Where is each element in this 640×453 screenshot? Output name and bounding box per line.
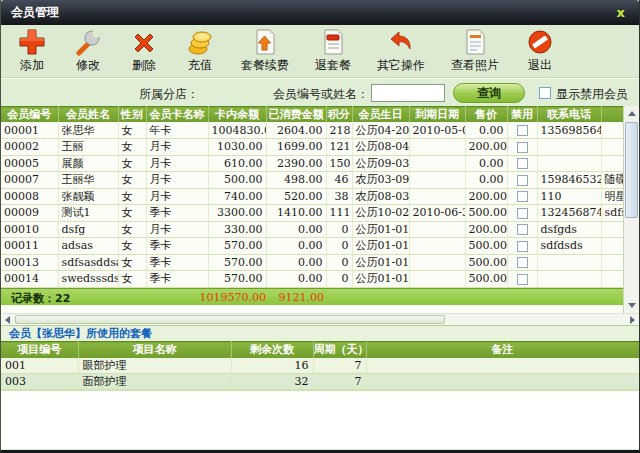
member-row[interactable]: 00001 张思华 女 年卡 1004830.00 2604.00 218 公历…	[1, 122, 623, 139]
delete-button[interactable]: 删除	[129, 28, 159, 74]
column-header[interactable]	[601, 107, 623, 123]
empty-area	[1, 390, 639, 449]
column-header[interactable]: 积分	[326, 107, 352, 123]
disable-checkbox[interactable]	[517, 191, 528, 202]
member-management-window: 会员管理 x 添加 修改 删除 充值 套餐续费 退套餐 其它	[0, 0, 640, 453]
wrench-icon	[73, 28, 103, 56]
scroll-right-icon[interactable]	[630, 316, 635, 324]
member-row[interactable]: 00011 adsas 女 季卡 570.00 0.00 0 公历01-01 5…	[1, 238, 623, 255]
disable-checkbox[interactable]	[517, 125, 528, 136]
scroll-left-icon[interactable]	[5, 316, 10, 324]
column-header[interactable]: 会员姓名	[58, 107, 118, 123]
package-renew-button[interactable]: 套餐续费	[241, 28, 289, 74]
query-button[interactable]: 查询	[453, 83, 525, 103]
column-header[interactable]: 已消费金额	[266, 107, 326, 123]
column-header[interactable]: 会员卡名称	[146, 107, 208, 123]
disable-checkbox[interactable]	[517, 142, 528, 153]
column-header[interactable]: 性别	[118, 107, 146, 123]
member-row[interactable]: 00002 王丽 女 月卡 1030.00 1699.00 121 公历08-0…	[1, 139, 623, 156]
column-header[interactable]: 到期日期	[409, 107, 465, 123]
no-entry-icon	[525, 28, 555, 56]
member-search-input[interactable]	[371, 84, 445, 102]
doc-arrow-up-icon	[250, 28, 280, 56]
summary-row: 记录数：22 1019570.00 9121.00	[1, 288, 623, 305]
photo-doc-icon	[460, 28, 490, 56]
column-header[interactable]: 项目名称	[78, 342, 231, 358]
record-count: 记录数：22	[11, 291, 70, 306]
modify-button[interactable]: 修改	[73, 28, 103, 74]
delete-x-icon	[129, 28, 159, 56]
members-table: 会员编号会员姓名性别会员卡名称卡内余额已消费金额积分会员生日到期日期售价禁用联系…	[1, 106, 624, 288]
packages-table: 项目编号项目名称剩余次数周期（天）备注 001 眼部护理 16 7 003 面部…	[1, 341, 640, 390]
disable-checkbox[interactable]	[517, 208, 528, 219]
show-disabled-checkbox[interactable]	[539, 87, 551, 99]
filter-bar: 所属分店： 会员编号或姓名： 查询 显示禁用会员	[1, 78, 639, 106]
coins-icon	[185, 28, 215, 56]
horizontal-scrollbar[interactable]	[1, 313, 639, 325]
titlebar: 会员管理 x	[1, 0, 639, 25]
toolbar-button-label: 添加	[20, 57, 44, 74]
toolbar-button-label: 删除	[132, 57, 156, 74]
disable-checkbox[interactable]	[517, 224, 528, 235]
column-header[interactable]: 联系电话	[537, 107, 601, 123]
column-header[interactable]: 剩余次数	[231, 342, 313, 358]
column-header[interactable]: 项目编号	[1, 342, 78, 358]
column-header[interactable]: 禁用	[507, 107, 537, 123]
branch-label: 所属分店：	[139, 86, 199, 103]
members-header-row: 会员编号会员姓名性别会员卡名称卡内余额已消费金额积分会员生日到期日期售价禁用联系…	[1, 107, 623, 123]
members-rows: 00001 张思华 女 年卡 1004830.00 2604.00 218 公历…	[1, 122, 623, 287]
add-button[interactable]: 添加	[17, 28, 47, 74]
disable-checkbox[interactable]	[517, 241, 528, 252]
column-header[interactable]: 售价	[465, 107, 507, 123]
undo-arrow-icon	[386, 28, 416, 56]
members-grid-area: 会员编号会员姓名性别会员卡名称卡内余额已消费金额积分会员生日到期日期售价禁用联系…	[1, 106, 639, 313]
disable-checkbox[interactable]	[517, 257, 528, 268]
member-row[interactable]: 00009 测试1 女 季卡 3300.00 1410.00 111 公历10-…	[1, 205, 623, 222]
toolbar-button-label: 其它操作	[377, 57, 425, 74]
scroll-up-icon[interactable]	[628, 111, 636, 116]
toolbar: 添加 修改 删除 充值 套餐续费 退套餐 其它操作 查看照片	[1, 25, 639, 78]
package-row[interactable]: 003 面部护理 32 7	[1, 374, 639, 390]
column-header[interactable]: 卡内余额	[208, 107, 266, 123]
toolbar-button-label: 退出	[528, 57, 552, 74]
show-disabled-label: 显示禁用会员	[556, 86, 628, 103]
packages-header-row: 项目编号项目名称剩余次数周期（天）备注	[1, 342, 639, 358]
consumed-total: 9121.00	[271, 291, 324, 304]
member-row[interactable]: 00005 展颜 女 月卡 610.00 2390.00 150 公历09-03…	[1, 155, 623, 172]
recharge-button[interactable]: 充值	[185, 28, 215, 74]
package-row[interactable]: 001 眼部护理 16 7	[1, 358, 639, 374]
packages-rows: 001 眼部护理 16 7 003 面部护理 32 7	[1, 358, 639, 390]
toolbar-button-label: 退套餐	[315, 57, 351, 74]
scroll-down-icon[interactable]	[628, 303, 636, 308]
add-icon	[17, 28, 47, 56]
other-operations-button[interactable]: 其它操作	[377, 28, 425, 74]
toolbar-button-label: 修改	[76, 57, 100, 74]
window-title: 会员管理	[11, 5, 59, 19]
toolbar-button-label: 充值	[188, 57, 212, 74]
member-row[interactable]: 00008 张靓颖 女 月卡 740.00 520.00 38 农历08-03 …	[1, 188, 623, 205]
column-header[interactable]: 会员编号	[1, 107, 58, 123]
column-header[interactable]: 备注	[366, 342, 639, 358]
column-header[interactable]: 周期（天）	[313, 342, 366, 358]
balance-total: 1019570.00	[171, 291, 266, 304]
disable-checkbox[interactable]	[517, 158, 528, 169]
disable-checkbox[interactable]	[517, 274, 528, 285]
member-row[interactable]: 00013 sdfsasddsa 女 季卡 570.00 0.00 0 公历01…	[1, 254, 623, 271]
close-icon[interactable]: x	[617, 0, 625, 25]
member-row[interactable]: 00010 dsfg 女 月卡 330.00 0.00 0 公历01-01 20…	[1, 221, 623, 238]
exit-button[interactable]: 退出	[525, 28, 555, 74]
column-header[interactable]: 会员生日	[352, 107, 409, 123]
disable-checkbox[interactable]	[517, 175, 528, 186]
packages-section-title: 会员【张思华】所使用的套餐	[1, 325, 639, 341]
horizontal-scroll-thumb[interactable]	[15, 315, 445, 324]
vertical-scrollbar[interactable]	[623, 106, 639, 313]
view-photo-button[interactable]: 查看照片	[451, 28, 499, 74]
toolbar-button-label: 套餐续费	[241, 57, 289, 74]
package-return-button[interactable]: 退套餐	[315, 28, 351, 74]
doc-minus-icon	[318, 28, 348, 56]
toolbar-button-label: 查看照片	[451, 57, 499, 74]
member-row[interactable]: 00007 王丽华 女 月卡 500.00 498.00 46 农历03-09 …	[1, 172, 623, 189]
vertical-scroll-thumb[interactable]	[625, 122, 638, 218]
keyword-label: 会员编号或姓名：	[273, 86, 369, 103]
member-row[interactable]: 00014 swedsssdsda 女 季卡 570.00 0.00 0 公历0…	[1, 271, 623, 288]
